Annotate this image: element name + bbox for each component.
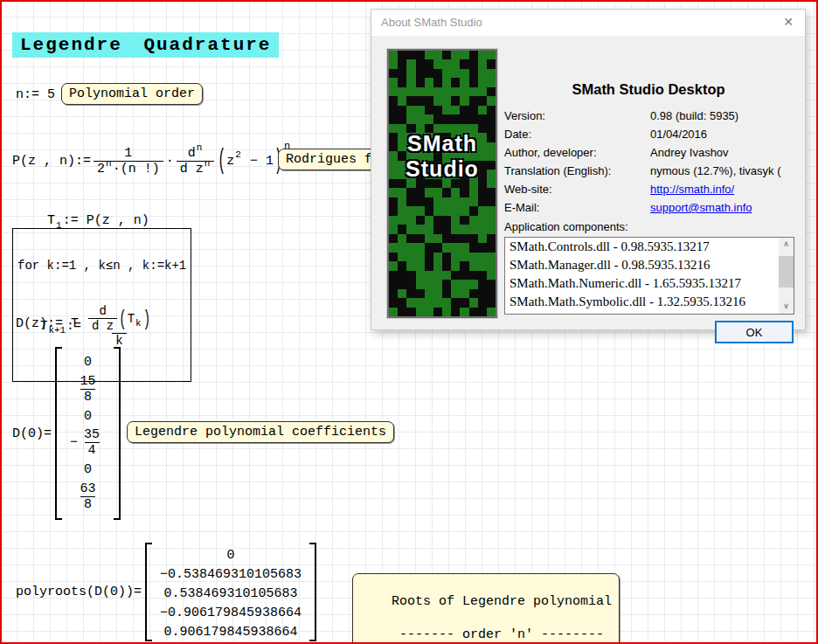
matrix-cell: 0.538469310105683 <box>164 585 298 604</box>
list-item[interactable]: SMath.Math.Symbolic.dll - 1.32.5935.1321… <box>505 293 776 311</box>
matrix-bracket-left <box>145 543 152 641</box>
scrollbar-thumb[interactable] <box>779 256 794 287</box>
note-text: Legendre polynomial coefficients <box>135 425 386 440</box>
note-roots[interactable]: Roots of Legendre polynomial ------- ord… <box>352 573 620 644</box>
p-definition[interactable]: P(z , n):= 1 2n·(n !) · dn d zn ( z2 − 1… <box>12 133 290 189</box>
smath-logo: SMath Studio <box>387 49 497 318</box>
field-translation: Translation (English):nymous (12.7%), ti… <box>504 164 799 177</box>
matrix-bracket-right <box>114 347 121 520</box>
list-item[interactable]: SMath.Math.Numeric.dll - 1.65.5935.13217 <box>505 274 776 293</box>
list-item[interactable]: SMath.Manager.dll - 0.98.5935.13216 <box>505 256 776 274</box>
left-paren: ( <box>119 307 126 330</box>
left-paren: ( <box>218 145 225 177</box>
matrix-cell: 0 <box>84 409 92 424</box>
note-text: Polynomial order <box>69 87 195 101</box>
about-dialog: About SMath Studio ✕ SMath Studio SMath … <box>371 9 806 330</box>
field-website: Web-site:http://smath.info/ <box>504 183 799 196</box>
page-title[interactable]: Legendre Quadrature <box>12 32 279 58</box>
worksheet-canvas: Legendre Quadrature n:= 5 Polynomial ord… <box>0 0 818 644</box>
multiply-dot: · <box>166 154 174 169</box>
matrix-cell: −0.906179845938664 <box>160 604 302 623</box>
p-lhs: P(z , n):= <box>12 154 91 169</box>
field-author: Author, developer:Andrey Ivashov <box>504 146 799 159</box>
note-text-line2: ------- order 'n' -------- <box>399 627 604 642</box>
d0-lhs: D(0)= <box>12 426 52 441</box>
dialog-heading: SMath Studio Desktop <box>503 81 794 98</box>
close-icon[interactable]: ✕ <box>783 15 794 29</box>
for-loop-header: for k:=1 , k≤n , k:=k+1 <box>17 259 186 273</box>
matrix-cell: 638 <box>77 481 100 512</box>
scroll-up-icon[interactable]: ∧ <box>779 238 794 252</box>
list-item[interactable]: SMath.Controls.dll - 0.98.5935.13217 <box>505 238 776 256</box>
field-date: Date:01/04/2016 <box>504 128 799 141</box>
matrix-bracket-left <box>55 347 62 520</box>
dz-definition[interactable]: D(z):= T <box>16 316 79 331</box>
note-polynomial-order[interactable]: Polynomial order <box>61 83 203 105</box>
dialog-body: SMath Studio SMath Studio Desktop Versio… <box>371 36 805 331</box>
matrix-cell: 0 <box>227 546 235 565</box>
email-link[interactable]: support@smath.info <box>650 201 752 214</box>
smath-logo-pattern <box>389 51 496 316</box>
matrix-cell: 158 <box>77 374 100 405</box>
note-text-line1: Roots of Legendre polynomial <box>392 594 612 609</box>
polyroots-lhs: polyroots(D(0))= <box>16 585 142 599</box>
d0-matrix: 0 158 0 −354 0 638 <box>55 347 121 520</box>
matrix-cell: 0.906179845938664 <box>164 623 298 642</box>
note-coefficients[interactable]: Legendre polynomial coefficients <box>127 421 394 443</box>
polyroots-matrix: 0 −0.538469310105683 0.538469310105683 −… <box>145 543 316 641</box>
derivative-fraction: dn d zn <box>177 146 215 177</box>
scroll-down-icon[interactable]: ∨ <box>779 300 794 314</box>
matrix-cell: 0 <box>84 462 92 477</box>
matrix-cell: −354 <box>70 427 106 458</box>
field-version: Version:0.98 (build: 5935) <box>504 109 799 122</box>
right-paren: ) <box>143 307 150 330</box>
dialog-title: About SMath Studio <box>381 16 482 29</box>
website-link[interactable]: http://smath.info/ <box>650 183 734 196</box>
matrix-cell: 0 <box>84 355 92 370</box>
components-listbox[interactable]: SMath.Controls.dll - 0.98.5935.13217 SMa… <box>504 237 794 315</box>
field-email: E-Mail:support@smath.info <box>504 201 799 214</box>
matrix-bracket-right <box>309 543 316 641</box>
smath-logo-text: SMath Studio <box>389 131 496 182</box>
d0-evaluation[interactable]: D(0)= 0 158 0 −354 0 638 <box>12 346 121 521</box>
listbox-scrollbar[interactable]: ∧ ∨ <box>779 238 794 314</box>
fraction: 1 2n·(n !) <box>94 146 163 177</box>
n-definition[interactable]: n:= 5 <box>16 87 55 102</box>
ok-button[interactable]: OK <box>715 321 794 343</box>
polyroots-evaluation[interactable]: polyroots(D(0))= 0 −0.538469310105683 0.… <box>16 542 316 642</box>
components-label: Application components: <box>504 220 628 233</box>
matrix-cell: −0.538469310105683 <box>160 565 302 585</box>
dialog-titlebar[interactable]: About SMath Studio ✕ <box>371 10 805 36</box>
note-text: Rodrigues f <box>286 152 372 167</box>
